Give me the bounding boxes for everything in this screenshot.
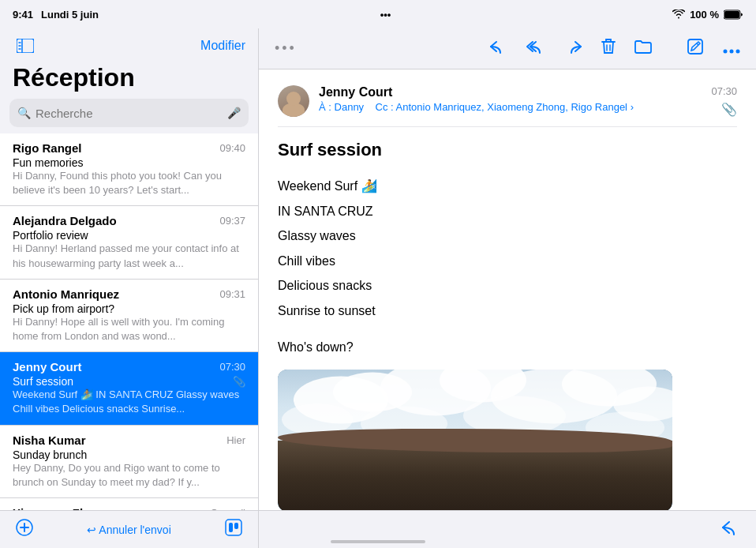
mail-body: Weekend Surf 🏄 IN SANTA CRUZ Glassy wave…: [278, 176, 737, 510]
inbox-title: Réception: [0, 60, 258, 99]
svg-line-16: [697, 43, 698, 45]
battery-icon: [724, 9, 743, 20]
beach-rocks: [278, 441, 672, 510]
more-button[interactable]: [723, 39, 740, 58]
toolbar-actions: [489, 38, 740, 59]
mail-preview-3: Weekend Surf 🏄 IN SANTA CRUZ Glassy wave…: [13, 388, 245, 416]
status-dots: •••: [380, 9, 391, 21]
wifi-icon: [672, 9, 685, 19]
mail-content: Jenny Court À : Danny Cc : Antonio Manri…: [259, 69, 756, 510]
svg-point-18: [730, 50, 734, 54]
svg-rect-12: [234, 523, 238, 529]
mail-item-header-4: Nisha Kumar Hier: [13, 434, 245, 447]
mail-sender-3: Jenny Court: [13, 360, 82, 373]
to-recipient: Danny: [335, 101, 365, 113]
svg-point-17: [724, 50, 728, 54]
mail-detail-subject: Surf session: [278, 140, 737, 160]
mail-subject-row-2: Pick up from airport?: [13, 302, 245, 315]
mail-meta: Jenny Court À : Danny Cc : Antonio Manri…: [319, 85, 702, 113]
mail-time-0: 09:40: [219, 142, 245, 154]
mic-icon[interactable]: 🎤: [227, 107, 241, 119]
mail-detail-time: 07:30: [711, 85, 737, 97]
move-to-folder-button[interactable]: [634, 39, 652, 58]
recipients-expand-icon[interactable]: ›: [631, 101, 634, 113]
forward-button[interactable]: [565, 39, 582, 58]
home-indicator: [331, 540, 425, 543]
mail-item-1[interactable]: Alejandra Delgado 09:37 Portfolio review…: [0, 206, 258, 279]
new-compose-button[interactable]: [687, 38, 704, 59]
filter-icon[interactable]: [225, 519, 242, 540]
status-bar-left: 9:41 Lundi 5 juin: [13, 9, 99, 21]
reply-bottom-button[interactable]: [721, 519, 740, 541]
mail-time-3: 07:30: [219, 361, 245, 373]
mail-item-4[interactable]: Nisha Kumar Hier Sunday brunch Hey Danny…: [0, 426, 258, 498]
body-line-4: Delicious snacks: [278, 276, 737, 296]
mail-subject-row-3: Surf session 📎: [13, 375, 245, 388]
cc-recipients: Antonio Manriquez, Xiaomeng Zhong, Rigo …: [396, 101, 627, 113]
mail-list-panel: Modifier Réception 🔍 🎤 Rigo Rangel 09:40…: [0, 28, 259, 548]
mail-time-1: 09:37: [219, 215, 245, 227]
mail-item-header-2: Antonio Manriquez 09:31: [13, 287, 245, 301]
status-bar-center: •••: [380, 9, 391, 21]
mail-preview-4: Hey Danny, Do you and Rigo want to come …: [13, 461, 245, 490]
mail-time-2: 09:31: [219, 288, 245, 300]
mail-item-header-0: Rigo Rangel 09:40: [13, 141, 245, 155]
svg-rect-10: [226, 520, 241, 535]
mail-item-5[interactable]: Xiaomeng Zhong Samedi Summer barbecue 📎 …: [0, 498, 258, 510]
reply-all-button[interactable]: [526, 39, 546, 58]
body-line-5: Sunrise to sunset: [278, 301, 737, 321]
mail-detail-recipients: À : Danny Cc : Antonio Manriquez, Xiaome…: [319, 101, 702, 113]
body-line-1: IN SANTA CRUZ: [278, 201, 737, 222]
email-photo: [278, 370, 672, 510]
mail-items-list: Rigo Rangel 09:40 Fun memories Hi Danny,…: [0, 133, 258, 510]
mail-subject-2: Pick up from airport?: [13, 302, 114, 315]
search-input[interactable]: [36, 107, 223, 120]
detail-toolbar: •••: [259, 28, 756, 69]
svg-rect-15: [688, 39, 702, 54]
undo-send-button[interactable]: ↩ Annuler l'envoi: [87, 524, 171, 536]
sidebar-toggle-button[interactable]: [13, 35, 38, 57]
mail-subject-row-4: Sunday brunch: [13, 449, 245, 461]
trash-button[interactable]: [601, 38, 616, 59]
status-date: Lundi 5 juin: [41, 9, 99, 21]
modify-button[interactable]: Modifier: [200, 39, 245, 53]
toolbar-dots: •••: [275, 40, 297, 57]
battery-level: 100 %: [690, 9, 719, 21]
compose-icon[interactable]: [16, 519, 33, 540]
mail-preview-2: Hi Danny! Hope all is well with you. I'm…: [13, 315, 245, 343]
to-label: À :: [319, 101, 331, 113]
status-bar: 9:41 Lundi 5 juin ••• 100 %: [0, 0, 756, 28]
mail-detail-panel: •••: [259, 28, 756, 548]
mail-item-2[interactable]: Antonio Manriquez 09:31 Pick up from air…: [0, 280, 258, 352]
mail-item-header-3: Jenny Court 07:30: [13, 360, 245, 373]
mail-list-header: Modifier: [0, 28, 258, 60]
mail-preview-0: Hi Danny, Found this photo you took! Can…: [13, 169, 245, 197]
body-line-3: Chill vibes: [278, 251, 737, 272]
mail-detail-attachment-icon: 📎: [721, 102, 737, 117]
mail-subject-0: Fun memories: [13, 156, 83, 169]
mail-subject-4: Sunday brunch: [13, 449, 87, 461]
search-bar[interactable]: 🔍 🎤: [9, 99, 249, 127]
mail-subject-row-1: Portfolio review: [13, 229, 245, 242]
body-line-0: Weekend Surf 🏄: [278, 176, 737, 197]
cc-label: Cc :: [376, 101, 394, 113]
mail-time-4: Hier: [226, 434, 245, 446]
mail-preview-1: Hi Danny! Herland passed me your contact…: [13, 242, 245, 270]
sidebar-toggle-icon: [17, 39, 34, 53]
reply-button[interactable]: [489, 39, 507, 58]
body-line-2: Glassy waves: [278, 226, 737, 246]
mail-item-3[interactable]: Jenny Court 07:30 Surf session 📎 Weekend…: [0, 352, 258, 425]
mail-item-0[interactable]: Rigo Rangel 09:40 Fun memories Hi Danny,…: [0, 133, 258, 206]
attachment-icon-3: 📎: [233, 376, 245, 388]
mail-detail-header: Jenny Court À : Danny Cc : Antonio Manri…: [278, 85, 737, 127]
mail-detail-sender: Jenny Court: [319, 85, 702, 99]
svg-point-19: [736, 50, 740, 54]
status-time: 9:41: [13, 9, 33, 21]
mail-subject-3: Surf session: [13, 375, 73, 388]
mail-sender-1: Alejandra Delgado: [13, 214, 117, 227]
body-line-6: Who's down?: [278, 337, 737, 358]
mail-sender-2: Antonio Manriquez: [13, 287, 119, 301]
mail-subject-row-0: Fun memories: [13, 156, 245, 169]
svg-rect-1: [724, 11, 739, 18]
svg-rect-11: [229, 523, 233, 532]
